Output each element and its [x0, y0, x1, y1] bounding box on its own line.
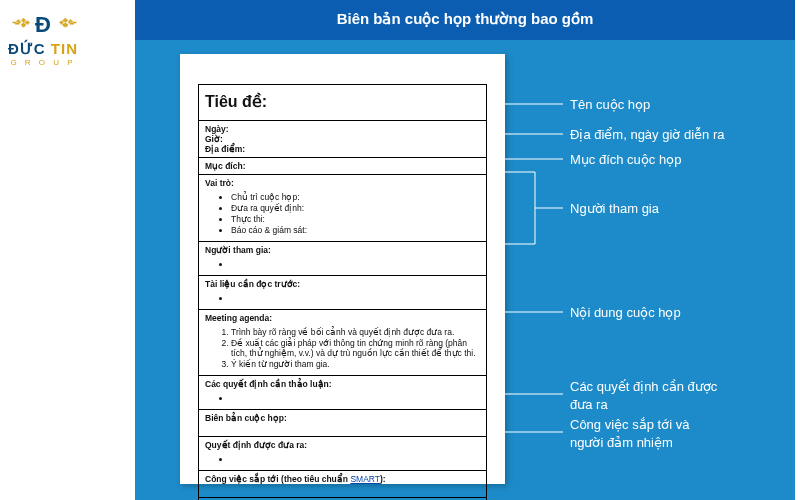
anno-decisions: Các quyết định cần được đưa ra: [570, 378, 717, 413]
time-label: Giờ:: [205, 134, 480, 144]
panel-header: Biên bản cuộc họp thường bao gồm: [135, 0, 795, 40]
logo-text-b: TIN: [51, 40, 78, 57]
decided-row: Quyết định được đưa ra:: [198, 437, 487, 471]
empty-bullet: [231, 258, 480, 269]
minutes-label: Biên bản cuộc họp:: [205, 413, 480, 423]
preread-row: Tài liệu cần đọc trước:: [198, 276, 487, 310]
next-label-b: ):: [380, 474, 386, 484]
anno-title: Tên cuộc họp: [570, 96, 650, 114]
anno-agenda: Nội dung cuộc họp: [570, 304, 681, 322]
logo-subtitle: G R O U P: [8, 58, 78, 67]
agenda-item: Trình bày rõ ràng về bối cảnh và quyết đ…: [231, 326, 480, 337]
annotations: Tên cuộc họp Địa điểm, ngày giờ diễn ra …: [515, 54, 785, 484]
minutes-row: Biên bản cuộc họp:: [198, 410, 487, 437]
anno-people: Người tham gia: [570, 200, 659, 218]
empty-bullet: [231, 453, 480, 464]
attendees-row: Người tham gia:: [198, 242, 487, 276]
agenda-item: Ý kiến từ người tham gia.: [231, 358, 480, 369]
role-item: Chủ trì cuộc họp:: [231, 191, 480, 202]
purpose-row: Mục đích:: [198, 158, 487, 175]
empty-bullet: [231, 392, 480, 403]
datetime-row: Ngày: Giờ: Địa điểm:: [198, 121, 487, 158]
preread-label: Tài liệu cần đọc trước:: [205, 279, 480, 289]
discuss-label: Các quyết định cần thảo luận:: [205, 379, 480, 389]
role-item: Thực thi:: [231, 213, 480, 224]
brand-logo: ༺ Đ ༻ ĐỨC TIN G R O U P: [8, 12, 78, 67]
place-label: Địa điểm:: [205, 144, 480, 154]
agenda-label: Meeting agenda:: [205, 313, 480, 323]
nextwork-row: Công việc sắp tới (theo tiêu chuẩn SMART…: [198, 471, 487, 498]
attendees-label: Người tham gia:: [205, 245, 480, 255]
date-label: Ngày:: [205, 124, 480, 134]
logo-emblem: ༺ Đ ༻: [13, 12, 73, 38]
roles-row: Vai trò: Chủ trì cuộc họp: Đưa ra quyết …: [198, 175, 487, 242]
anno-purpose: Mục đích cuộc họp: [570, 151, 681, 169]
decided-label: Quyết định được đưa ra:: [205, 440, 480, 450]
next-label-a: Công việc sắp tới (theo tiêu chuẩn: [205, 474, 350, 484]
agenda-row: Meeting agenda: Trình bày rõ ràng về bối…: [198, 310, 487, 376]
role-item: Báo cáo & giám sát:: [231, 224, 480, 235]
logo-text-a: ĐỨC: [8, 40, 51, 57]
agenda-list: Trình bày rõ ràng về bối cảnh và quyết đ…: [231, 326, 480, 369]
document-page: Tiêu đề: Ngày: Giờ: Địa điểm: Mục đích: …: [180, 54, 505, 484]
smart-link[interactable]: SMART: [350, 474, 380, 484]
empty-bullet: [231, 292, 480, 303]
title-row: Tiêu đề:: [198, 85, 487, 121]
agenda-item: Đề xuất các giải pháp với thông tin chứn…: [231, 337, 480, 358]
anno-datetime: Địa điểm, ngày giờ diễn ra: [570, 126, 724, 144]
logo-name: ĐỨC TIN: [8, 40, 78, 58]
discuss-row: Các quyết định cần thảo luận:: [198, 376, 487, 410]
main-panel: Biên bản cuộc họp thường bao gồm Tiêu đề…: [135, 0, 795, 500]
roles-label: Vai trò:: [205, 178, 480, 188]
role-item: Đưa ra quyết định:: [231, 202, 480, 213]
form-table: Tiêu đề: Ngày: Giờ: Địa điểm: Mục đích: …: [198, 84, 487, 500]
anno-nextwork: Công việc sắp tới và người đảm nhiệm: [570, 416, 689, 451]
stage: Tiêu đề: Ngày: Giờ: Địa điểm: Mục đích: …: [135, 42, 795, 500]
roles-list: Chủ trì cuộc họp: Đưa ra quyết định: Thự…: [231, 191, 480, 235]
